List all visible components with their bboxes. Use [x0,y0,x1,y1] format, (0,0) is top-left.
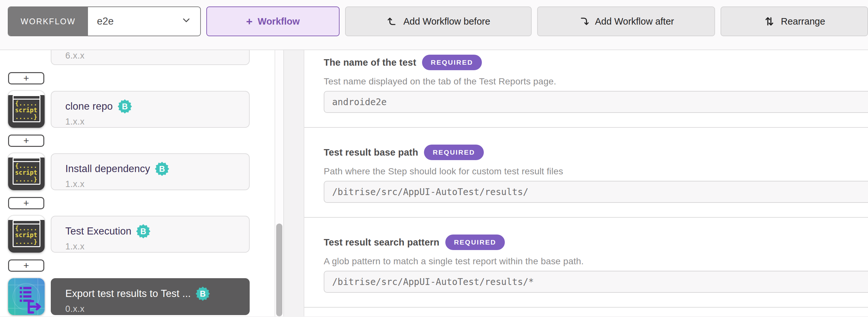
arrows-up-down-icon [763,15,776,28]
add-step-button[interactable]: + [8,197,44,209]
add-workflow-before-button[interactable]: Add Workflow before [345,6,532,36]
step-icon[interactable]: {.....script.....} [8,153,44,190]
svg-text:B: B [159,164,165,173]
workflow-toolbar: WORKFLOW e2e + Workflow Add Workflow bef… [0,0,868,50]
step-config-panel: The name of the test REQUIRED Test name … [304,50,868,316]
plus-icon: + [23,261,29,271]
step-card[interactable]: clone repo B 1.x.x [51,91,250,128]
script-icon: {.....script.....} [8,95,44,128]
script-icon: {.....script.....} [8,158,44,190]
workflow-selector-dropdown[interactable]: WORKFLOW e2e [8,6,201,36]
add-workflow-button[interactable]: + Workflow [206,6,340,36]
chevron-down-icon [181,14,192,28]
field-input[interactable] [324,271,868,293]
add-step-button[interactable]: + [8,259,44,272]
form-section: The name of the test REQUIRED Test name … [304,50,868,128]
svg-text:B: B [122,102,128,111]
add-step-button[interactable]: + [8,134,44,147]
verified-badge-icon: B [118,99,132,114]
add-workflow-button-label: Workflow [258,16,300,27]
step-version: 1.x.x [65,242,85,251]
rearrange-label: Rearrange [781,16,825,27]
field-input[interactable] [324,181,868,203]
add-workflow-before-label: Add Workflow before [403,16,490,27]
step-card[interactable]: Export test results to Test ... B 0.x.x [51,278,250,315]
panel-gutter [284,50,304,316]
plus-icon: + [23,73,29,83]
step-icon[interactable]: {.....script.....} [8,91,44,128]
step-version: 1.x.x [65,179,85,189]
add-step-button[interactable]: + [8,72,44,85]
workflow-selector-value-area: e2e [88,7,200,36]
rearrange-button[interactable]: Rearrange [720,6,868,36]
export-report-icon [8,278,44,315]
script-icon: {.....script.....} [8,220,44,253]
field-description: A glob pattern to match a single test re… [324,256,868,267]
required-badge: REQUIRED [422,55,482,70]
step-title: clone repo [65,101,113,112]
step-title: Test Execution [65,225,131,237]
required-badge: REQUIRED [424,145,484,160]
verified-badge-icon: B [196,287,210,301]
step-title: Install dependency [65,163,150,175]
form-section: Test result base path REQUIRED Path wher… [304,128,868,218]
required-badge: REQUIRED [445,234,505,250]
workflow-steps-sidebar: 6.x.x + {.....script.....} [0,50,275,316]
arrow-curve-up-icon [386,15,398,27]
step-card[interactable]: Test Execution B 1.x.x [51,216,250,253]
svg-text:B: B [200,289,206,298]
step-row: {.....script.....} [8,216,275,253]
step-title: Export test results to Test ... [65,288,191,299]
step-version: 6.x.x [65,51,85,61]
field-label: Test result base path [324,147,418,158]
step-version: 0.x.x [65,304,85,314]
workflow-selector-label: WORKFLOW [8,7,88,36]
scrollbar-thumb[interactable] [276,224,282,316]
plus-icon: + [23,136,29,146]
add-workflow-after-button[interactable]: Add Workflow after [537,6,715,36]
step-version: 1.x.x [65,117,85,126]
sidebar-scrollbar [275,50,284,316]
selected-workflow-name: e2e [97,15,114,27]
verified-badge-icon: B [136,224,150,239]
field-description: Path where the Step should look for cust… [324,166,868,177]
step-row: {.....script.....} [8,153,275,190]
arrow-curve-down-icon [578,15,590,27]
step-card-partial[interactable]: 6.x.x [51,50,250,65]
step-icon[interactable]: {.....script.....} [8,278,44,315]
field-description: Test name displayed on the tab of the Te… [324,76,868,87]
plus-icon: + [246,16,253,27]
plus-icon: + [23,198,29,208]
step-row: {.....script.....} [8,278,275,315]
svg-text:B: B [141,227,146,236]
field-input[interactable] [324,91,868,113]
form-section: Test result search pattern REQUIRED A gl… [304,218,868,308]
editor-content: 6.x.x + {.....script.....} [0,50,868,316]
bitrise-workflow-editor: { "topbar": { "workflow_label": "WORKFLO… [0,0,868,317]
field-label: The name of the test [324,57,416,68]
step-card[interactable]: Install dependency B 1.x.x [51,153,250,190]
verified-badge-icon: B [155,162,169,176]
step-icon[interactable]: {.....script.....} [8,216,44,253]
add-workflow-after-label: Add Workflow after [595,16,674,27]
step-row: {.....script.....} [8,91,275,128]
field-label: Test result search pattern [324,237,439,248]
